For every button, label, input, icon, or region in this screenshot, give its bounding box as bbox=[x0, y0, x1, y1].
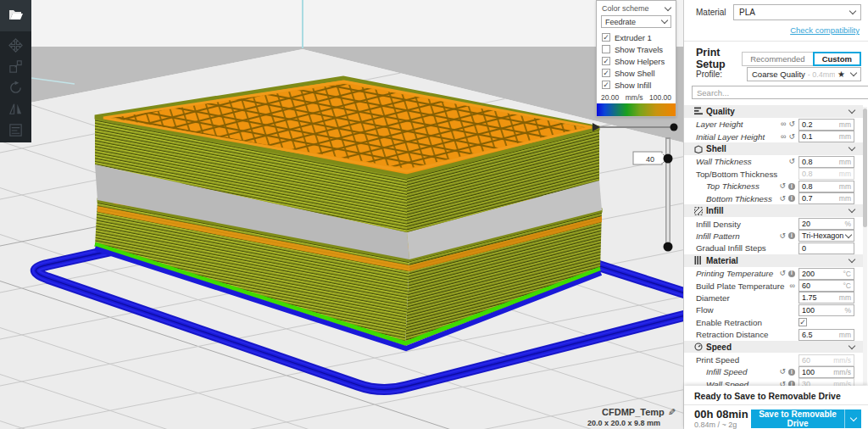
setting-label: Bottom Thickness bbox=[706, 194, 772, 203]
layer-slider-handle-top[interactable] bbox=[664, 154, 673, 164]
setting-value-field[interactable]: 100% bbox=[798, 304, 854, 316]
link-icon[interactable]: ∞ bbox=[781, 133, 786, 141]
undo-icon[interactable]: ↺ bbox=[788, 158, 795, 165]
setting-value-field[interactable]: 0 bbox=[798, 242, 854, 254]
setting-value-field[interactable]: 20% bbox=[798, 218, 854, 230]
setting-checkbox[interactable]: ✓ bbox=[798, 318, 807, 326]
scale-max: 100.00 bbox=[649, 93, 671, 102]
save-options-chevron[interactable] bbox=[844, 410, 861, 428]
setting-value-field[interactable]: 0.7mm bbox=[798, 192, 854, 204]
section-header-infill[interactable]: Infill bbox=[684, 204, 863, 217]
undo-icon[interactable]: ↺ bbox=[788, 133, 795, 141]
chevron-down-icon bbox=[849, 256, 855, 263]
setting-value-field[interactable]: 0.2mm bbox=[798, 119, 854, 131]
checkbox[interactable] bbox=[602, 45, 610, 53]
section-header-shell[interactable]: Shell bbox=[684, 142, 863, 155]
profile-dropdown[interactable]: Coarse Quality - 0.4mm ★ bbox=[747, 67, 861, 81]
chevron-down-icon bbox=[849, 342, 855, 348]
checkbox[interactable]: ✓ bbox=[602, 81, 610, 89]
setting-row: Top/Bottom Thickness0.8mm bbox=[684, 168, 863, 180]
info-icon[interactable]: i bbox=[788, 183, 795, 190]
checkbox[interactable]: ✓ bbox=[602, 69, 610, 77]
speed-icon bbox=[694, 343, 706, 351]
per-model-settings-tool-icon bbox=[8, 122, 24, 142]
link-icon[interactable]: ∞ bbox=[790, 282, 795, 290]
setting-row: Infill Density20% bbox=[684, 218, 863, 230]
settings-list: QualityLayer Height∞↺0.2mmInitial Layer … bbox=[684, 105, 863, 386]
material-dropdown[interactable]: PLA bbox=[733, 4, 861, 20]
scale-tool-button[interactable] bbox=[0, 58, 31, 79]
link-icon[interactable]: ∞ bbox=[781, 120, 786, 128]
open-file-icon bbox=[8, 6, 25, 26]
scale-min: 20.00 bbox=[601, 93, 619, 102]
legend-checkbox-row[interactable]: Show Travels bbox=[597, 43, 676, 55]
setting-label: Build Plate Temperature bbox=[696, 281, 784, 291]
setting-value-field[interactable]: 0.8mm bbox=[798, 156, 854, 168]
setting-value-field[interactable]: 0.8mm bbox=[798, 181, 854, 192]
search-input[interactable] bbox=[692, 86, 868, 99]
chevron-down-icon bbox=[849, 206, 855, 213]
setting-dropdown[interactable]: Tri-Hexagon bbox=[798, 230, 854, 242]
setting-value-field[interactable]: 200°C bbox=[798, 268, 854, 280]
setting-row: Gradual Infill Steps0 bbox=[684, 242, 863, 254]
setting-value-field[interactable]: 6.5mm bbox=[798, 329, 854, 341]
legend-checkbox-row[interactable]: ✓Show Shell bbox=[597, 67, 676, 79]
undo-icon[interactable]: ↺ bbox=[779, 270, 786, 277]
info-icon[interactable]: i bbox=[788, 369, 795, 376]
info-icon[interactable]: i bbox=[788, 270, 795, 277]
settings-scrollbar[interactable] bbox=[863, 107, 867, 385]
section-header-material[interactable]: Material bbox=[684, 254, 863, 267]
setting-label: Infill Density bbox=[696, 220, 741, 229]
section-header-quality[interactable]: Quality bbox=[684, 105, 863, 118]
info-icon[interactable]: i bbox=[788, 195, 795, 202]
setting-value-field[interactable]: 60°C bbox=[798, 280, 854, 292]
section-header-speed[interactable]: Speed bbox=[684, 341, 863, 354]
info-icon[interactable]: i bbox=[788, 232, 795, 239]
setting-value-field[interactable]: 100mm/s bbox=[798, 366, 854, 378]
move-tool-button[interactable] bbox=[0, 36, 31, 58]
setting-label: Print Speed bbox=[696, 355, 739, 365]
open-file-button[interactable] bbox=[0, 0, 31, 31]
profile-label: Profile: bbox=[696, 70, 747, 79]
setting-value-field[interactable]: 0.1mm bbox=[798, 131, 854, 142]
undo-icon[interactable]: ↺ bbox=[788, 120, 795, 128]
viewport-3d[interactable]: 40 bbox=[0, 0, 683, 429]
custom-tab[interactable]: Custom bbox=[813, 52, 861, 66]
scrollbar-thumb[interactable] bbox=[863, 109, 867, 227]
setting-row: Bottom Thickness↺i0.7mm bbox=[684, 192, 863, 204]
setting-row: Print Speed60mm/s bbox=[684, 354, 863, 365]
checkbox[interactable]: ✓ bbox=[602, 57, 610, 65]
layer-slider-handle-bottom[interactable] bbox=[664, 242, 673, 252]
legend-checkbox-row[interactable]: ✓Extruder 1 bbox=[597, 31, 676, 43]
legend-checkbox-row[interactable]: ✓Show Infill bbox=[597, 79, 676, 91]
per-model-settings-tool-button[interactable] bbox=[0, 121, 31, 142]
setting-label: Wall Thickness bbox=[696, 157, 752, 166]
setting-label: Diameter bbox=[696, 293, 730, 303]
save-to-removable-drive-button[interactable]: Save to Removable Drive bbox=[751, 410, 861, 428]
undo-icon[interactable]: ↺ bbox=[779, 232, 786, 240]
model-name-block: CFDMP_Temp✎ 20.0 x 20.0 x 9.8 mm bbox=[530, 404, 676, 427]
undo-icon[interactable]: ↺ bbox=[779, 368, 786, 376]
setting-row: Flow100% bbox=[684, 304, 863, 316]
setting-value-field[interactable]: 1.75mm bbox=[798, 292, 854, 304]
chevron-down-icon bbox=[849, 107, 855, 114]
chevron-down-icon[interactable] bbox=[665, 3, 671, 10]
undo-icon[interactable]: ↺ bbox=[779, 195, 786, 203]
chevron-down-icon bbox=[845, 231, 852, 238]
chevron-down-icon bbox=[661, 17, 668, 24]
mirror-tool-button[interactable] bbox=[0, 100, 31, 121]
material-label: Material bbox=[696, 8, 733, 17]
color-scheme-dropdown[interactable]: Feedrate bbox=[601, 15, 671, 28]
check-compatibility-link[interactable]: Check compatibility bbox=[790, 25, 860, 35]
rotate-tool-button[interactable] bbox=[0, 79, 31, 100]
recommended-tab[interactable]: Recommended bbox=[742, 52, 813, 66]
star-icon[interactable]: ★ bbox=[837, 70, 845, 79]
setting-value-field[interactable]: 60mm/s bbox=[798, 354, 854, 366]
edit-model-name-icon[interactable]: ✎ bbox=[668, 407, 676, 418]
setting-value-field[interactable]: 0.8mm bbox=[798, 168, 854, 180]
undo-icon[interactable]: ↺ bbox=[779, 182, 786, 190]
checkbox[interactable]: ✓ bbox=[602, 33, 610, 42]
legend-checkbox-row[interactable]: ✓Show Helpers bbox=[597, 55, 676, 67]
setting-value-field[interactable]: 30mm/s bbox=[798, 378, 854, 386]
material-usage: 0.84m / ~ 2g bbox=[694, 421, 751, 429]
